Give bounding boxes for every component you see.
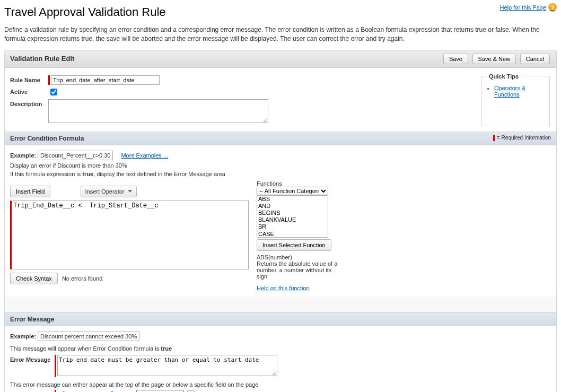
help-icon: ? <box>548 3 557 12</box>
rule-name-label: Rule Name <box>10 75 48 83</box>
formula-header: Error Condition Formula <box>10 135 84 142</box>
save-button[interactable]: Save <box>443 54 468 64</box>
function-signature: ABS(number) <box>257 254 341 260</box>
help-link[interactable]: Help for this Page ? <box>500 3 557 12</box>
formula-hint: If this formula expression is true, disp… <box>10 171 551 177</box>
syntax-result: No errors found <box>62 275 102 282</box>
description-label: Description <box>10 99 48 107</box>
error-message-header: Error Message <box>10 316 54 323</box>
example-label: Example: <box>10 152 36 159</box>
quick-tips: Quick Tips Operators & Functions <box>481 73 550 126</box>
page-title: Travel Approval Validation Rule <box>4 5 166 19</box>
function-category-select[interactable]: -- All Function Categories <box>257 187 328 195</box>
description-textarea[interactable] <box>48 99 268 123</box>
insert-operator-button[interactable]: Insert Operator <box>81 186 137 197</box>
edit-header: Validation Rule Edit <box>10 55 74 63</box>
info-icon[interactable]: i <box>187 390 195 392</box>
chevron-down-icon <box>128 190 132 193</box>
example-description: Display an error if Discount is more tha… <box>10 162 551 169</box>
functions-label: Functions <box>257 180 341 187</box>
operators-functions-link[interactable]: Operators & Functions <box>494 85 525 98</box>
error-message-label: Error Message <box>10 355 55 363</box>
formula-textarea[interactable] <box>10 201 249 269</box>
more-examples-link[interactable]: More Examples ... <box>121 152 168 159</box>
error-location-note: This error message can either appear at … <box>10 381 551 388</box>
edit-panel: Validation Rule Edit Save Save & New Can… <box>4 50 557 392</box>
insert-field-button[interactable]: Insert Field <box>10 186 50 197</box>
error-location-label: Error Location <box>10 390 55 392</box>
error-example-value: Discount percent cannot exceed 30% <box>38 332 139 341</box>
rule-name-input[interactable] <box>51 75 160 85</box>
example-value: Discount_Percent__c>0.30 <box>38 151 113 160</box>
function-description: Returns the absolute value of a number, … <box>257 260 341 280</box>
active-checkbox[interactable] <box>50 89 57 95</box>
save-new-button[interactable]: Save & New <box>472 54 516 64</box>
error-example-label: Example: <box>10 333 36 339</box>
cancel-button[interactable]: Cancel <box>520 54 550 64</box>
help-function-link[interactable]: Help on this function <box>257 285 310 291</box>
function-list[interactable]: ABS AND BEGINS BLANKVALUE BR CASE <box>257 195 328 238</box>
active-label: Active <box>10 87 48 95</box>
check-syntax-button[interactable]: Check Syntax <box>10 273 58 284</box>
required-note: = Required Information <box>493 135 551 142</box>
error-message-textarea[interactable] <box>57 355 277 376</box>
help-label: Help for this Page <box>500 4 546 11</box>
intro-text: Define a validation rule by specifying a… <box>4 25 557 43</box>
quick-tips-legend: Quick Tips <box>487 73 521 80</box>
insert-selected-function-button[interactable]: Insert Selected Function <box>257 239 331 251</box>
field-select[interactable]: Trip End Date <box>136 390 184 392</box>
error-appear-note: This message will appear when Error Cond… <box>10 345 551 352</box>
